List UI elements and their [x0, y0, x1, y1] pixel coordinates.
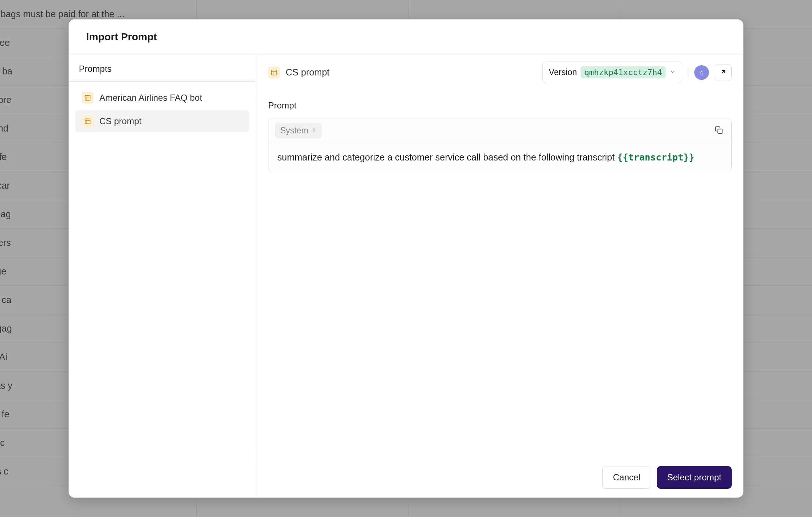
sidebar-item-label: American Airlines FAQ bot — [99, 93, 202, 103]
import-prompt-modal: Import Prompt Prompts — [69, 19, 743, 498]
modal-title: Import Prompt — [86, 31, 726, 43]
sidebar-item-cs-prompt[interactable]: CS prompt — [75, 110, 249, 132]
prompt-content: summarize and categorize a customer serv… — [268, 143, 731, 172]
sidebar-item-american-airlines[interactable]: American Airlines FAQ bot — [75, 87, 249, 109]
content-prompt-title: CS prompt — [286, 67, 329, 78]
chevron-down-icon — [669, 69, 676, 77]
version-label: Version — [549, 67, 577, 77]
content-area: CS prompt Version qmhzkp41xcctz7h4 — [256, 55, 743, 498]
modal-body: Prompts American Airlines FAQ bot — [69, 55, 743, 498]
modal-footer: Cancel Select prompt — [256, 457, 743, 498]
sidebar-prompt-list: American Airlines FAQ bot CS prompt — [69, 82, 256, 137]
prompt-text: summarize and categorize a customer serv… — [277, 152, 617, 162]
role-selector[interactable]: System — [275, 123, 322, 139]
arrow-up-right-icon — [720, 68, 727, 77]
copy-icon — [715, 126, 723, 136]
sidebar-item-label: CS prompt — [99, 116, 142, 126]
modal-overlay: Import Prompt Prompts — [0, 0, 812, 517]
prompt-box: System — [268, 118, 732, 172]
prompt-icon — [82, 115, 94, 127]
template-variable: {{transcript}} — [617, 152, 695, 163]
prompt-section-label: Prompt — [268, 100, 732, 111]
open-external-button[interactable] — [715, 64, 732, 81]
select-prompt-button[interactable]: Select prompt — [657, 466, 732, 489]
prompts-sidebar: Prompts American Airlines FAQ bot — [69, 55, 256, 498]
svg-rect-10 — [718, 129, 722, 133]
header-divider — [688, 67, 688, 78]
sort-icon — [311, 128, 317, 134]
svg-rect-0 — [85, 95, 90, 100]
prompt-section: Prompt System — [256, 90, 743, 457]
svg-line-9 — [722, 70, 725, 73]
version-selector[interactable]: Version qmhzkp41xcctz7h4 — [542, 62, 682, 83]
content-title-group: CS prompt — [268, 67, 537, 78]
content-header: CS prompt Version qmhzkp41xcctz7h4 — [256, 55, 743, 90]
prompt-icon — [268, 67, 280, 78]
version-id-tag: qmhzkp41xcctz7h4 — [581, 66, 666, 78]
prompt-box-header: System — [268, 118, 731, 143]
svg-rect-3 — [85, 119, 90, 124]
role-label: System — [280, 126, 308, 136]
svg-rect-6 — [271, 70, 277, 75]
prompt-icon — [82, 92, 94, 104]
user-avatar[interactable]: c — [694, 65, 709, 80]
cancel-button[interactable]: Cancel — [602, 466, 651, 489]
sidebar-header: Prompts — [69, 55, 256, 82]
copy-button[interactable] — [713, 125, 725, 137]
modal-header: Import Prompt — [69, 19, 743, 55]
